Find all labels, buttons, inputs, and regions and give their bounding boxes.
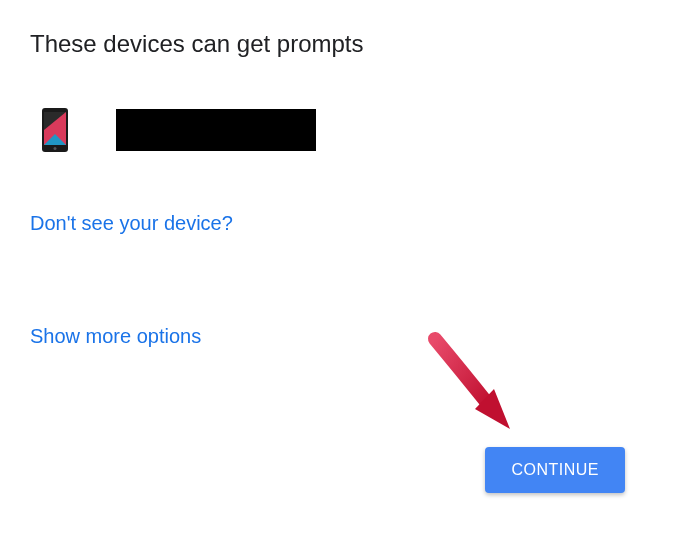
device-row [30, 108, 650, 152]
page-title: These devices can get prompts [30, 30, 650, 58]
dont-see-device-link[interactable]: Don't see your device? [30, 212, 233, 235]
device-name-redacted [116, 109, 316, 151]
annotation-arrow-icon [420, 329, 540, 453]
phone-icon [42, 108, 68, 152]
show-more-options-link[interactable]: Show more options [30, 325, 201, 348]
svg-marker-5 [475, 389, 510, 429]
continue-button[interactable]: CONTINUE [485, 447, 625, 493]
svg-point-4 [54, 147, 57, 150]
